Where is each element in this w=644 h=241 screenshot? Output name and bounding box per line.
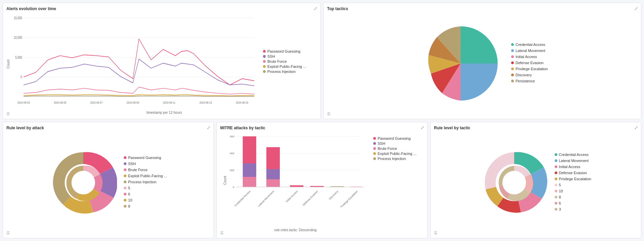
legend-item-privilege-escalation: Privilege Escalation bbox=[511, 67, 548, 71]
legend-item-lateral-movement: Lateral Movement bbox=[555, 159, 591, 163]
svg-rect-32 bbox=[266, 179, 280, 187]
svg-rect-27 bbox=[243, 136, 256, 163]
svg-text:2024-08-07: 2024-08-07 bbox=[90, 101, 103, 104]
alerts-title: Alerts evolution over time bbox=[6, 6, 317, 11]
svg-text:2024-08-15: 2024-08-15 bbox=[236, 101, 248, 104]
svg-point-45 bbox=[502, 171, 526, 194]
tactics-pie-chart bbox=[417, 20, 504, 107]
legend-dot bbox=[124, 205, 126, 208]
svg-text:2024-08-05: 2024-08-05 bbox=[54, 101, 66, 104]
legend-label: 6 bbox=[128, 192, 130, 196]
legend-label: Process Injection bbox=[128, 180, 156, 184]
rule-attack-expand-icon[interactable]: ⤢ bbox=[207, 125, 211, 130]
legend-dot-lateral-movement bbox=[511, 49, 514, 52]
legend-dot-credential-access bbox=[511, 43, 514, 46]
svg-text:Lateral Movement: Lateral Movement bbox=[257, 190, 275, 207]
legend-label: 5 bbox=[559, 183, 561, 187]
mitre-expand-icon[interactable]: ⤢ bbox=[420, 125, 425, 130]
legend-item-brute: Brute Force bbox=[124, 168, 167, 172]
svg-text:Defense Evasion: Defense Evasion bbox=[302, 190, 319, 207]
rule-tactic-expand-icon[interactable]: ⤢ bbox=[634, 125, 638, 130]
legend-item-process: Process Injection bbox=[373, 157, 424, 161]
mitre-chart-container: Count 300,000 bbox=[220, 133, 424, 232]
legend-item-defense-evasion: Defense Evasion bbox=[555, 171, 591, 175]
legend-label: Privilege Escalation bbox=[516, 67, 548, 71]
legend-label: Credential Access bbox=[559, 153, 589, 157]
legend-dot bbox=[555, 208, 557, 211]
legend-label: Defense Evasion bbox=[516, 61, 544, 65]
legend-item-exploit: Exploit Public-Facing ... bbox=[373, 152, 424, 156]
legend-label: 8 bbox=[559, 195, 561, 199]
legend-label: Process Injection bbox=[378, 157, 406, 161]
legend-dot bbox=[124, 162, 126, 165]
legend-item-pw-guess: Password Guessing bbox=[124, 156, 167, 160]
legend-item-privilege-escalation: Privilege Escalation bbox=[555, 177, 591, 181]
legend-label: Brute Force bbox=[128, 168, 147, 172]
legend-item-initial-access: Initial Access bbox=[555, 165, 591, 169]
rule-tactic-title: Rule level by tactic bbox=[434, 126, 638, 130]
alerts-y-label: Count bbox=[6, 14, 10, 114]
legend-dot bbox=[373, 157, 376, 160]
rule-attack-panel: Rule level by attack ⤢ bbox=[3, 122, 214, 238]
legend-label: SSH bbox=[267, 54, 275, 58]
svg-rect-28 bbox=[243, 163, 256, 177]
legend-label: Lateral Movement bbox=[559, 159, 589, 163]
legend-item-ssh: SSH bbox=[263, 54, 317, 58]
legend-item-ssh: SSH bbox=[124, 162, 167, 166]
svg-text:10,000: 10,000 bbox=[14, 35, 22, 40]
mitre-panel: MITRE attacks by tactic ⤢ Count bbox=[216, 122, 428, 238]
svg-point-18 bbox=[71, 171, 95, 194]
legend-label: Discovery bbox=[516, 73, 532, 77]
legend-dot bbox=[124, 199, 126, 202]
legend-item-brute: Brute Force bbox=[373, 146, 424, 151]
svg-rect-33 bbox=[290, 185, 303, 187]
legend-label: Exploit Public-Facing ... bbox=[267, 64, 306, 69]
legend-item-ssh: SSH bbox=[373, 141, 424, 145]
legend-label: 8 bbox=[128, 204, 130, 208]
legend-dot bbox=[555, 159, 557, 162]
legend-label: 5 bbox=[128, 186, 130, 190]
legend-item-credential-access: Credential Access bbox=[511, 43, 548, 47]
legend-dot bbox=[124, 193, 126, 195]
legend-label: Privilege Escalation bbox=[559, 177, 591, 181]
svg-text:2024-08-11: 2024-08-11 bbox=[163, 101, 176, 104]
alerts-expand-icon[interactable]: ⤢ bbox=[314, 6, 318, 11]
legend-dot-persistence bbox=[511, 80, 514, 82]
rule-tactic-chart-container: Credential Access Lateral Movement Initi… bbox=[434, 133, 638, 232]
legend-label: SSH bbox=[378, 141, 385, 145]
mitre-legend: Password Guessing SSH Brute Force bbox=[373, 133, 424, 232]
svg-text:Discovery: Discovery bbox=[328, 190, 339, 200]
svg-text:200,000: 200,000 bbox=[230, 152, 234, 155]
svg-text:Initial Access: Initial Access bbox=[285, 190, 298, 203]
legend-item-10: 10 bbox=[555, 189, 591, 193]
alerts-panel: Alerts evolution over time ⤢ Count bbox=[3, 3, 321, 119]
mitre-title: MITRE attacks by tactic bbox=[220, 126, 424, 130]
legend-dot bbox=[124, 175, 126, 177]
legend-item-5: 5 bbox=[555, 183, 591, 187]
legend-label: Password Guessing bbox=[128, 156, 161, 160]
legend-item-3: 3 bbox=[555, 207, 591, 211]
svg-text:15,000: 15,000 bbox=[14, 16, 22, 20]
svg-text:5,000: 5,000 bbox=[15, 55, 22, 59]
legend-label: Password Guessing bbox=[267, 49, 300, 53]
legend-dot bbox=[373, 142, 376, 145]
alerts-svg-area: 15,000 10,000 5,000 0 2024-08-03 2024-08… bbox=[11, 14, 260, 110]
legend-dot-initial-access bbox=[511, 55, 514, 58]
legend-dot bbox=[555, 196, 557, 198]
legend-dot bbox=[124, 168, 126, 171]
rule-tactic-panel: Rule level by tactic ⤢ bbox=[430, 122, 641, 238]
legend-dot bbox=[555, 190, 557, 192]
tactics-expand-icon[interactable]: ⤢ bbox=[634, 6, 638, 11]
rule-attack-donut-chart bbox=[50, 149, 117, 216]
legend-item-8: 8 bbox=[124, 204, 167, 208]
legend-item-8: 8 bbox=[555, 195, 591, 199]
svg-text:Credential Access: Credential Access bbox=[234, 190, 251, 207]
legend-label: Persistence bbox=[516, 79, 535, 83]
legend-label: Credential Access bbox=[516, 43, 545, 47]
legend-dot-brute-force bbox=[263, 60, 266, 63]
legend-dot-exploit bbox=[263, 65, 266, 68]
svg-rect-30 bbox=[266, 147, 280, 169]
legend-item-credential-access: Credential Access bbox=[555, 153, 591, 157]
legend-dot bbox=[124, 181, 126, 183]
legend-dot bbox=[555, 202, 557, 205]
